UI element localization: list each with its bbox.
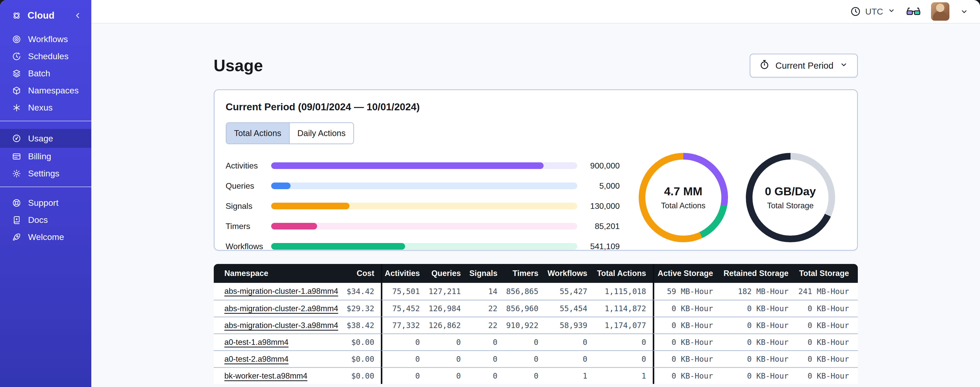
table-row: abs-migration-cluster-1.a98mm4 $34.42 75… — [214, 283, 858, 300]
namespace-link[interactable]: abs-migration-cluster-3.a98mm4 — [224, 321, 338, 330]
user-menu-chevron-icon[interactable] — [959, 7, 969, 16]
total-storage-cell: 0 KB-Hour — [795, 350, 858, 367]
sidebar-item-usage[interactable]: Usage — [0, 129, 91, 148]
activities-cell: 0 — [381, 333, 426, 350]
nexus-asterisk-icon — [12, 103, 21, 113]
total-actions-cell: 1,114,872 — [594, 300, 653, 317]
sidebar-item-settings[interactable]: Settings — [0, 165, 91, 182]
namespace-link[interactable]: abs-migration-cluster-1.a98mm4 — [224, 287, 338, 296]
workflows-cell: 0 — [545, 333, 594, 350]
sidebar-item-label: Usage — [28, 134, 53, 144]
user-avatar[interactable] — [931, 2, 950, 21]
bar-label: Signals — [226, 201, 271, 211]
col-namespace: Namespace — [214, 264, 345, 283]
workflows-cell: 1 — [545, 367, 594, 384]
bar-value: 85,201 — [577, 222, 620, 231]
namespace-link[interactable]: abs-migration-cluster-2.a98mm4 — [224, 304, 338, 313]
cost-cell: $34.42 — [345, 283, 381, 300]
bar-track — [271, 162, 577, 169]
docs-book-icon — [12, 215, 21, 225]
usage-summary-card: Current Period (09/01/2024 — 10/01/2024)… — [214, 90, 858, 251]
bar-value: 5,000 — [577, 181, 620, 191]
activities-cell: 0 — [381, 367, 426, 384]
col-workflows: Workflows — [545, 264, 594, 283]
tab-total-actions[interactable]: Total Actions — [226, 123, 289, 144]
namespaces-cube-icon — [12, 86, 21, 96]
bar-row-queries: Queries 5,000 — [226, 181, 620, 191]
queries-cell: 0 — [426, 367, 468, 384]
stopwatch-icon — [759, 59, 770, 72]
workflows-cell: 55,454 — [545, 300, 594, 317]
settings-gear-icon — [12, 169, 21, 178]
namespace-link[interactable]: a0-test-2.a98mm4 — [224, 355, 289, 363]
sidebar-collapse-button[interactable] — [73, 11, 82, 20]
sidebar-item-workflows[interactable]: Workflows — [0, 30, 91, 48]
timers-cell: 0 — [504, 333, 545, 350]
billing-card-icon — [12, 152, 21, 162]
content-scroll-area[interactable]: Usage Current Period Current Period (09/… — [91, 24, 980, 387]
workflows-cell: 0 — [545, 350, 594, 367]
sidebar-item-label: Batch — [28, 69, 50, 78]
sidebar-item-label: Workflows — [28, 34, 68, 44]
bar-track — [271, 182, 577, 189]
sidebar-item-label: Schedules — [28, 51, 68, 61]
table-header-row: Namespace Cost Activities Queries Signal… — [214, 264, 858, 283]
signals-cell: 0 — [468, 367, 504, 384]
timers-cell: 856,865 — [504, 283, 545, 300]
period-selector-button[interactable]: Current Period — [750, 54, 858, 78]
sidebar-item-schedules[interactable]: Schedules — [0, 48, 91, 65]
bar-fill — [271, 203, 350, 209]
active-storage-cell: 0 KB-Hour — [653, 333, 719, 350]
namespace-link[interactable]: a0-test-1.a98mm4 — [224, 338, 289, 347]
sidebar-nav-help: Support Docs Welcome — [0, 194, 91, 246]
active-storage-cell: 0 KB-Hour — [653, 350, 719, 367]
page-header: Usage Current Period — [214, 54, 858, 78]
namespace-link[interactable]: bk-worker-test.a98mm4 — [224, 371, 308, 381]
timers-cell: 0 — [504, 350, 545, 367]
bar-value: 900,000 — [577, 161, 620, 171]
sidebar-item-batch[interactable]: Batch — [0, 65, 91, 82]
queries-cell: 0 — [426, 333, 468, 350]
main-area: UTC Usage — [91, 0, 980, 387]
active-storage-cell: 59 MB-Hour — [653, 283, 719, 300]
sidebar-item-label: Welcome — [28, 232, 64, 242]
bar-track — [271, 243, 577, 249]
period-selector-label: Current Period — [775, 61, 834, 71]
tab-daily-actions[interactable]: Daily Actions — [289, 123, 353, 144]
total-storage-cell: 0 KB-Hour — [795, 367, 858, 384]
sidebar-item-welcome[interactable]: Welcome — [0, 229, 91, 246]
bar-fill — [271, 243, 405, 249]
timers-cell: 856,960 — [504, 300, 545, 317]
sidebar-item-billing[interactable]: Billing — [0, 148, 91, 165]
col-total-storage: Total Storage — [795, 264, 858, 283]
retained-storage-cell: 0 KB-Hour — [719, 317, 795, 333]
retained-storage-cell: 0 KB-Hour — [719, 300, 795, 317]
sidebar-item-nexus[interactable]: Nexus — [0, 99, 91, 116]
chevron-down-icon — [887, 6, 896, 17]
timezone-selector[interactable]: UTC — [850, 6, 896, 17]
sidebar-item-docs[interactable]: Docs — [0, 211, 91, 229]
bar-row-activities: Activities 900,000 — [226, 161, 620, 171]
sidebar-item-support[interactable]: Support — [0, 194, 91, 211]
bar-fill — [271, 182, 291, 189]
col-retained-storage: Retained Storage — [719, 264, 795, 283]
activities-cell: 75,501 — [381, 283, 426, 300]
signals-cell: 22 — [468, 317, 504, 333]
bar-label: Timers — [226, 222, 271, 231]
retained-storage-cell: 182 MB-Hour — [719, 283, 795, 300]
col-cost: Cost — [345, 264, 381, 283]
table-row: a0-test-2.a98mm4 $0.00 0 0 0 0 0 0 0 KB-… — [214, 350, 858, 367]
cost-cell: $0.00 — [345, 367, 381, 384]
feedback-glasses-button[interactable] — [906, 6, 921, 17]
col-timers: Timers — [504, 264, 545, 283]
col-signals: Signals — [468, 264, 504, 283]
batch-layers-icon — [12, 69, 21, 78]
workflows-cell: 55,427 — [545, 283, 594, 300]
bar-row-signals: Signals 130,000 — [226, 201, 620, 211]
activities-cell: 75,452 — [381, 300, 426, 317]
bar-row-timers: Timers 85,201 — [226, 221, 620, 231]
timezone-label: UTC — [865, 6, 883, 17]
sidebar-nav-account: Usage Billing Settings — [0, 129, 91, 182]
sidebar-item-namespaces[interactable]: Namespaces — [0, 82, 91, 99]
queries-cell: 126,984 — [426, 300, 468, 317]
